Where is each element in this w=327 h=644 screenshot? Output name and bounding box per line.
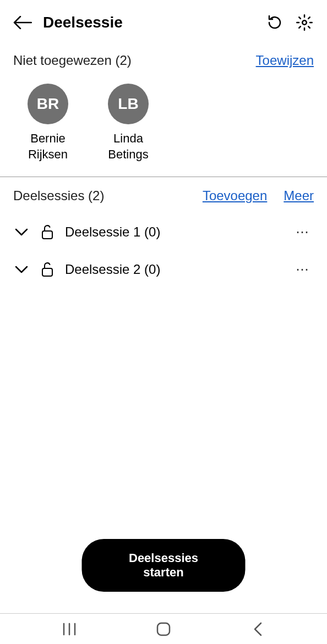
session-row: Deelsessie 2 (0) ⋯ [13,251,314,288]
lock-indicator [40,261,55,278]
svg-rect-6 [157,623,170,635]
svg-rect-1 [42,231,52,239]
sessions-links: Toevoegen Meer [203,188,314,203]
lock-open-icon [41,224,53,240]
lock-indicator [40,223,55,241]
refresh-icon [266,14,283,31]
refresh-button[interactable] [265,13,284,32]
back-icon [253,621,263,637]
sessions-header: Deelsessies (2) Toevoegen Meer [13,177,314,213]
home-button[interactable] [152,618,175,640]
nav-back-button[interactable] [247,618,269,640]
gear-icon [296,14,313,31]
session-name: Deelsessie 1 (0) [65,224,282,240]
system-nav-bar [0,613,327,644]
sessions-title: Deelsessies (2) [13,188,104,203]
arrow-left-icon [13,16,32,29]
unassigned-title: Niet toegewezen (2) [13,53,132,68]
session-more-button[interactable]: ⋯ [292,262,314,277]
ellipsis-icon: ⋯ [296,224,310,240]
start-sessions-button[interactable]: Deelsessies starten [82,539,246,592]
avatar-name: Bernie Rijksen [18,131,78,162]
page-title: Deelsessie [43,14,254,31]
back-button[interactable] [13,13,32,32]
svg-point-0 [302,20,307,25]
assign-link[interactable]: Toewijzen [256,53,314,68]
session-more-button[interactable]: ⋯ [292,224,314,240]
session-row: Deelsessie 1 (0) ⋯ [13,213,314,251]
avatar: LB [108,84,149,124]
app-header: Deelsessie [0,0,327,42]
avatar-item[interactable]: BR Bernie Rijksen [18,84,78,162]
ellipsis-icon: ⋯ [296,262,310,277]
avatar-item[interactable]: LB Linda Betings [98,84,159,162]
expand-toggle[interactable] [13,261,30,278]
expand-toggle[interactable] [13,224,30,240]
recents-button[interactable] [58,618,80,640]
session-name: Deelsessie 2 (0) [65,262,282,277]
unassigned-people: BR Bernie Rijksen LB Linda Betings [13,78,314,177]
unassigned-header: Niet toegewezen (2) Toewijzen [13,42,314,78]
avatar-name: Linda Betings [98,131,159,162]
home-icon [156,621,171,637]
chevron-down-icon [15,228,28,236]
add-session-link[interactable]: Toevoegen [203,188,267,203]
lock-open-icon [41,262,53,277]
svg-rect-2 [42,268,52,276]
chevron-down-icon [15,266,28,273]
recents-icon [62,623,77,636]
avatar: BR [28,84,68,124]
unassigned-section: Niet toegewezen (2) Toewijzen BR Bernie … [0,42,327,177]
more-link[interactable]: Meer [284,188,314,203]
sessions-section: Deelsessies (2) Toevoegen Meer Deelsessi… [0,177,327,288]
settings-button[interactable] [295,13,314,32]
